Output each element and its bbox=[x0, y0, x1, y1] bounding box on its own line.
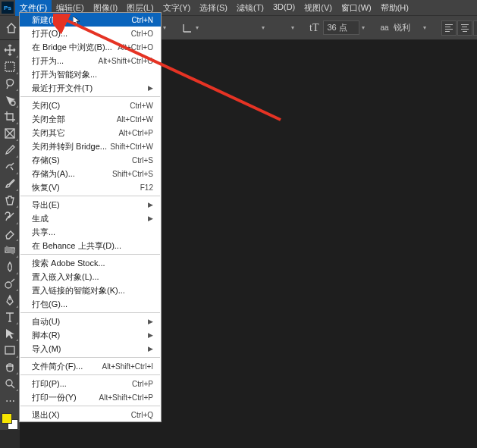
tool-crop[interactable] bbox=[1, 108, 19, 125]
file-menu-item[interactable]: 关闭并转到 Bridge...Shift+Ctrl+W bbox=[20, 139, 161, 153]
quick-select-icon bbox=[4, 94, 16, 106]
menu-视图[interactable]: 视图(V) bbox=[300, 0, 337, 16]
file-menu-item[interactable]: 打印一份(Y)Alt+Shift+Ctrl+P bbox=[20, 390, 161, 404]
file-menu-item[interactable]: 文件简介(F)...Alt+Shift+Ctrl+I bbox=[20, 359, 161, 373]
menu-3d[interactable]: 3D(D) bbox=[268, 0, 300, 16]
file-menu-item[interactable]: 在 Bridge 中浏览(B)...Alt+Ctrl+O bbox=[20, 40, 161, 54]
file-menu-item[interactable]: 存储为(A)...Shift+Ctrl+S bbox=[20, 167, 161, 180]
file-menu-item[interactable]: 生成▶ bbox=[20, 211, 161, 225]
tool-hand[interactable] bbox=[1, 359, 19, 375]
menu-item-shortcut: Shift+Ctrl+S bbox=[112, 170, 153, 178]
menu-item-shortcut: Alt+Ctrl+W bbox=[117, 115, 153, 124]
orientation-icon bbox=[181, 22, 193, 34]
svg-rect-6 bbox=[5, 346, 14, 354]
align-left-button[interactable] bbox=[441, 20, 457, 36]
edit-toolbar-button[interactable]: ⋯ bbox=[1, 392, 19, 409]
tool-dodge[interactable] bbox=[1, 275, 19, 292]
submenu-arrow-icon: ▶ bbox=[148, 345, 153, 352]
menu-item-label: 生成 bbox=[32, 213, 49, 224]
tool-spot-heal[interactable] bbox=[1, 158, 19, 175]
file-menu-item[interactable]: 关闭(C)Ctrl+W bbox=[20, 99, 161, 112]
tool-frame[interactable] bbox=[1, 125, 19, 142]
tool-path-select[interactable] bbox=[1, 325, 19, 342]
menu-item-label: 打印一份(Y) bbox=[32, 392, 77, 403]
menu-item-label: 文件简介(F)... bbox=[32, 361, 83, 372]
tool-eyedropper[interactable] bbox=[1, 142, 19, 158]
menu-item-shortcut: Ctrl+N bbox=[131, 16, 153, 24]
file-menu-item[interactable]: 打印(P)...Ctrl+P bbox=[20, 377, 161, 390]
menu-item-label: 退出(X) bbox=[32, 409, 60, 421]
align-right-button[interactable] bbox=[473, 20, 477, 36]
tool-zoom[interactable] bbox=[1, 375, 19, 392]
tool-lasso[interactable] bbox=[1, 75, 19, 92]
file-menu-item[interactable]: 在 Behance 上共享(D)... bbox=[20, 239, 161, 252]
file-menu-item[interactable]: 存储(S)Ctrl+S bbox=[20, 153, 161, 167]
menu-item-label: 导出(E) bbox=[32, 199, 60, 211]
file-menu-item[interactable]: 置入链接的智能对象(K)... bbox=[20, 284, 161, 297]
file-menu-item[interactable]: 打开(O)...Ctrl+O bbox=[20, 27, 161, 40]
file-menu-item[interactable]: 导出(E)▶ bbox=[20, 198, 161, 211]
file-menu-item[interactable]: 打包(G)... bbox=[20, 297, 161, 311]
foreground-color[interactable] bbox=[2, 413, 12, 424]
file-menu-item[interactable]: 脚本(R)▶ bbox=[20, 328, 161, 342]
file-menu: 新建(N)Ctrl+N打开(O)...Ctrl+O在 Bridge 中浏览(B)… bbox=[19, 12, 162, 422]
file-menu-item[interactable]: 新建(N)Ctrl+N bbox=[20, 13, 161, 27]
file-menu-item[interactable]: 搜索 Adobe Stock... bbox=[20, 256, 161, 270]
tool-marquee[interactable] bbox=[1, 58, 19, 75]
tool-quick-select[interactable] bbox=[1, 92, 19, 108]
eraser-icon bbox=[4, 227, 16, 240]
menu-item-shortcut: Alt+Shift+Ctrl+P bbox=[99, 393, 153, 402]
tool-pen[interactable] bbox=[1, 292, 19, 309]
tool-type[interactable] bbox=[1, 309, 19, 325]
file-menu-item[interactable]: 打开为智能对象... bbox=[20, 67, 161, 81]
menu-选择[interactable]: 选择(S) bbox=[195, 0, 232, 16]
menu-divider bbox=[20, 374, 160, 375]
file-menu-item[interactable]: 关闭其它Alt+Ctrl+P bbox=[20, 126, 161, 139]
tool-gradient[interactable] bbox=[1, 242, 19, 258]
file-menu-item[interactable]: 关闭全部Alt+Ctrl+W bbox=[20, 112, 161, 126]
file-menu-item[interactable]: 最近打开文件(T)▶ bbox=[20, 81, 161, 95]
color-swatches[interactable] bbox=[2, 413, 18, 430]
eyedropper-icon bbox=[4, 144, 16, 156]
font-style-dropdown[interactable] bbox=[271, 24, 294, 31]
antialias-dropdown[interactable]: 锐利 bbox=[394, 22, 426, 33]
menu-item-label: 打印(P)... bbox=[32, 378, 67, 390]
file-menu-item[interactable]: 置入嵌入对象(L)... bbox=[20, 270, 161, 284]
font-size-dropdown[interactable]: 36 点 bbox=[323, 20, 365, 35]
menu-窗口[interactable]: 窗口(W) bbox=[337, 0, 376, 16]
file-menu-item[interactable]: 打开为...Alt+Shift+Ctrl+O bbox=[20, 54, 161, 67]
font-size-value[interactable]: 36 点 bbox=[323, 20, 359, 35]
rectangle-icon bbox=[4, 344, 16, 356]
home-button[interactable] bbox=[3, 20, 20, 36]
path-select-icon bbox=[4, 327, 16, 340]
menu-item-label: 自动(U) bbox=[32, 316, 60, 327]
antialias-icon: aa bbox=[380, 23, 388, 32]
align-center-button[interactable] bbox=[457, 20, 472, 36]
menu-滤镜[interactable]: 滤镜(T) bbox=[232, 0, 268, 16]
submenu-arrow-icon: ▶ bbox=[148, 84, 153, 92]
file-menu-item[interactable]: 退出(X)Ctrl+Q bbox=[20, 408, 161, 421]
menu-文字[interactable]: 文字(Y) bbox=[158, 0, 196, 16]
file-menu-item[interactable]: 恢复(V)F12 bbox=[20, 180, 161, 194]
menu-divider bbox=[20, 312, 160, 313]
tool-clone[interactable] bbox=[1, 192, 19, 208]
toolbar: ⋯ bbox=[0, 40, 20, 430]
home-icon bbox=[5, 22, 17, 34]
tool-rectangle[interactable] bbox=[1, 342, 19, 359]
menu-item-label: 打开为智能对象... bbox=[32, 69, 97, 80]
tool-eraser[interactable] bbox=[1, 225, 19, 242]
tool-history-brush[interactable] bbox=[1, 208, 19, 225]
menu-item-label: 关闭并转到 Bridge... bbox=[32, 141, 107, 152]
file-menu-item[interactable]: 共享... bbox=[20, 225, 161, 239]
menu-item-label: 新建(N) bbox=[32, 14, 60, 26]
font-family-dropdown[interactable] bbox=[214, 24, 267, 31]
tool-brush[interactable] bbox=[1, 175, 19, 192]
tool-blur[interactable] bbox=[1, 258, 19, 275]
file-menu-item[interactable]: 导入(M)▶ bbox=[20, 342, 161, 356]
file-menu-item[interactable]: 自动(U)▶ bbox=[20, 315, 161, 328]
toggle-orientation[interactable] bbox=[181, 22, 199, 34]
submenu-arrow-icon: ▶ bbox=[148, 215, 153, 222]
tool-move[interactable] bbox=[1, 42, 19, 58]
brush-icon bbox=[4, 177, 16, 190]
menu-帮助[interactable]: 帮助(H) bbox=[376, 0, 413, 16]
